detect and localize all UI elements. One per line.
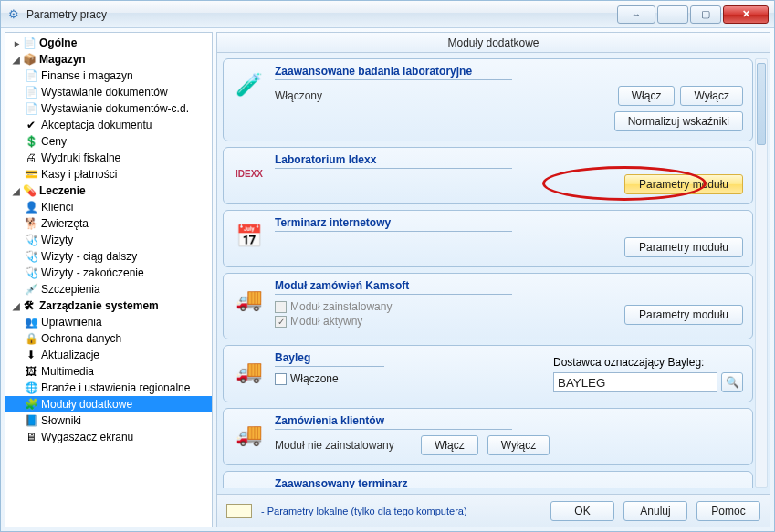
tree-item-icon: 💉 [24, 282, 38, 297]
tree-item-label: Zwierzęta [41, 217, 89, 230]
sidebar-category[interactable]: ◢📦Magazyn [5, 51, 212, 68]
sidebar-item[interactable]: 💳Kasy i płatności [5, 166, 212, 183]
sidebar-category[interactable]: ◢🛠Zarządzanie systemem [5, 297, 212, 314]
sidebar-item[interactable]: 📘Słowniki [5, 412, 212, 429]
help-button[interactable]: Pomoc [696, 501, 760, 521]
module-title: Terminarz internetowy [275, 216, 512, 232]
disable-button[interactable]: Wyłącz [680, 86, 743, 106]
sidebar-item[interactable]: 🖨Wydruki fiskalne [5, 150, 212, 166]
ok-button[interactable]: OK [550, 501, 614, 521]
sidebar-item[interactable]: 🐕Zwierzęta [5, 215, 212, 232]
calendar-icon: 📅 [233, 220, 266, 253]
magnifier-icon: 🔍 [726, 376, 739, 389]
module-status: Włączony [275, 89, 457, 102]
vertical-scrollbar[interactable] [755, 58, 768, 488]
sidebar-item[interactable]: 🩺Wizyty - ciąg dalszy [5, 248, 212, 265]
sidebar-item[interactable]: 📄Wystawianie dokumentów [5, 84, 212, 100]
enable-button[interactable]: Włącz [618, 86, 676, 106]
sidebar-item[interactable]: 📄Wystawianie dokumentów-c.d. [5, 100, 212, 117]
tree-item-icon: 🩺 [24, 233, 38, 247]
tree-item-label: Uprawnienia [41, 316, 102, 329]
sidebar-item[interactable]: 💲Ceny [5, 133, 212, 150]
tree-item-label: Wizyty - ciąg dalszy [41, 250, 137, 263]
tree-item-label: Słowniki [41, 414, 81, 427]
tree-item-label: Ceny [41, 135, 67, 148]
sidebar-item[interactable]: 🩺Wizyty [5, 232, 212, 248]
flask-icon: 🧪 [233, 68, 266, 101]
module-terminarz: 📅 Terminarz internetowy Parametry modułu [223, 210, 753, 267]
window-controls: ↔ — ▢ ✕ [617, 5, 769, 24]
sidebar-item[interactable]: 🩺Wizyty - zakończenie [5, 265, 212, 281]
sidebar-item[interactable]: 👤Klienci [5, 199, 212, 215]
module-idexx: IDEXX Laboratorium Idexx Parametry moduł… [223, 147, 753, 204]
tree-item-icon: 🧩 [24, 397, 38, 412]
idexx-icon: IDEXX [233, 157, 266, 190]
tree-item-label: Wizyty - zakończenie [41, 266, 144, 279]
tree-item-label: Wizyty [41, 234, 73, 246]
tree-item-icon: ⬇ [24, 348, 38, 362]
nav-backfwd-button[interactable]: ↔ [617, 5, 655, 24]
sidebar-item[interactable]: 💉Szczepienia [5, 281, 212, 297]
enabled-checkbox[interactable]: Włączone [275, 372, 339, 385]
tree-item-label: Wydruki fiskalne [41, 151, 120, 164]
tree-item-icon: 🖨 [24, 151, 38, 165]
tree-item-icon: 💲 [24, 134, 38, 149]
tree-item-icon: 🐕 [24, 216, 38, 231]
normalize-button[interactable]: Normalizuj wskaźniki [614, 111, 743, 131]
sidebar-category[interactable]: ◢💊Leczenie [5, 183, 212, 199]
tree-item-label: Wystawianie dokumentów [41, 86, 168, 99]
module-params-button[interactable]: Parametry modułu [624, 305, 743, 325]
installed-checkbox[interactable]: Moduł zainstalowany [275, 300, 392, 313]
module-title: Laboratorium Idexx [275, 153, 512, 169]
tree-item-icon: ✔ [24, 118, 38, 132]
tree-item-icon: 👤 [24, 200, 38, 214]
sidebar-category[interactable]: ▸📄Ogólne [5, 35, 212, 51]
tree-item-icon: 🖥 [24, 430, 38, 444]
sidebar-item[interactable]: 🖼Multimedia [5, 363, 212, 380]
calendar-icon [233, 481, 266, 488]
tree-item-label: Ochrona danych [41, 332, 121, 345]
tree-item-icon: 🔒 [24, 331, 38, 346]
sidebar-item[interactable]: 👥Uprawnienia [5, 314, 212, 330]
sidebar-item[interactable]: 📄Finanse i magazyn [5, 68, 212, 84]
scrollbar-thumb[interactable] [757, 63, 766, 145]
tree-item-label: Akceptacja dokumentu [41, 119, 152, 131]
module-params-button[interactable]: Parametry modułu [624, 237, 743, 257]
sidebar-item[interactable]: ✔Akceptacja dokumentu [5, 117, 212, 133]
module-status: Moduł nie zainstalowany [275, 439, 412, 452]
sidebar-item[interactable]: 🖥Wygaszacz ekranu [5, 429, 212, 445]
disable-button[interactable]: Wyłącz [487, 435, 550, 455]
tree-item-label: Ogólne [39, 37, 77, 49]
module-title: Bayleg [275, 351, 384, 367]
tree-item-icon: 💊 [22, 183, 37, 198]
sidebar-tree[interactable]: ▸📄Ogólne◢📦Magazyn📄Finanse i magazyn📄Wyst… [5, 32, 213, 527]
supplier-input[interactable] [553, 372, 717, 392]
modules-scroll: 🧪 Zaawansowane badania laboratoryjne Włą… [223, 58, 753, 488]
tree-item-icon: 📄 [24, 68, 38, 83]
app-window: ⚙ Parametry pracy ↔ — ▢ ✕ ▸📄Ogólne◢📦Maga… [0, 0, 775, 532]
tree-item-label: Aktualizacje [41, 349, 99, 361]
expander-icon: ▸ [11, 38, 22, 48]
module-title: Zaawansowane badania laboratoryjne [275, 65, 512, 80]
active-checkbox[interactable]: ✓ Moduł aktywny [275, 315, 392, 328]
window-title: Parametry pracy [26, 8, 107, 21]
minimize-button[interactable]: — [657, 5, 688, 24]
cancel-button[interactable]: Anuluj [623, 501, 687, 521]
close-button[interactable]: ✕ [723, 5, 769, 24]
module-lab-adv: 🧪 Zaawansowane badania laboratoryjne Włą… [223, 58, 753, 141]
lookup-button[interactable]: 🔍 [721, 372, 743, 392]
checkbox-label: Moduł zainstalowany [290, 300, 392, 313]
sidebar-item[interactable]: 🧩Moduły dodatkowe [5, 396, 212, 412]
sidebar-item[interactable]: 🌐Branże i ustawienia regionalne [5, 380, 212, 396]
enable-button[interactable]: Włącz [421, 435, 478, 455]
main-panel: Moduły dodatkowe 🧪 Zaawansowane badania … [216, 32, 770, 527]
tree-item-label: Klienci [41, 201, 73, 214]
module-params-button[interactable]: Parametry modułu [624, 174, 743, 194]
sidebar-item[interactable]: ⬇Aktualizacje [5, 347, 212, 363]
app-icon: ⚙ [6, 7, 21, 22]
tree-item-label: Moduły dodatkowe [41, 398, 132, 411]
maximize-button[interactable]: ▢ [690, 5, 721, 24]
sidebar-item[interactable]: 🔒Ochrona danych [5, 330, 212, 347]
tree-item-label: Szczepienia [41, 283, 100, 296]
tree-item-label: Finanse i magazyn [41, 69, 133, 82]
